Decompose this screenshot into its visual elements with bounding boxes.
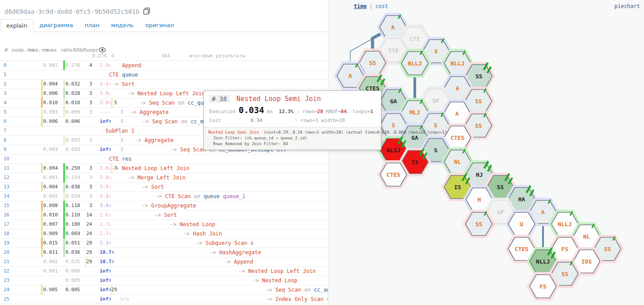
- plan-node-text: CTE queue: [109, 72, 138, 78]
- plan-row[interactable]: 220.0010.006inf↑-> Nested Loop Left Join: [0, 266, 328, 276]
- plan-row[interactable]: 10CTE res: [0, 154, 328, 164]
- plan-row[interactable]: 230.005inf↑-> Nested Loop: [0, 276, 328, 285]
- copy-icon[interactable]: [143, 7, 151, 15]
- node-tooltip: # 38 Nested Loop Semi Join Execution 0.0…: [203, 90, 381, 150]
- page-title: d6d69daa-3c9d-de8d-0fc5-9b50d52c501b: [4, 8, 139, 15]
- hex-label: NL: [454, 159, 461, 165]
- plan-row[interactable]: 200.0110.0362910.7↑-> HashAggregate: [0, 248, 328, 257]
- plan-node-text: -> Nested Loop Left Join: [112, 165, 189, 171]
- plan-row[interactable]: 130.0040.03833.0↓-> Sort: [0, 182, 328, 192]
- hex-label: HA: [518, 196, 525, 203]
- plan-row[interactable]: 150.0080.11833.0↑-> GroupAggregate: [0, 201, 328, 211]
- hex-label: IS: [454, 184, 461, 191]
- plan-node-text: -> Hash Join: [183, 231, 222, 237]
- hex-label: A: [391, 24, 395, 31]
- plan-row[interactable]: 180.0090.069242.7↓-> Hash Join: [0, 229, 328, 239]
- hex-label: FS: [539, 283, 547, 290]
- plan-row[interactable]: 190.0150.051295.3↑-> Subquery Scan s: [0, 238, 328, 248]
- plan-row[interactable]: 240.0050.005inf↑29-> Seq Scan on cc_agen…: [0, 285, 328, 295]
- plan-node-text: -> Nested Loop Left Join: [239, 268, 316, 274]
- plan-node-text: -> Append: [224, 259, 253, 265]
- hex-label: A: [348, 73, 352, 79]
- hex-label: NLSJ: [386, 147, 400, 154]
- hex-label: S: [392, 122, 395, 129]
- tab-explain[interactable]: explain: [0, 19, 33, 33]
- plan-node-text: -> Aggregate: [135, 137, 174, 143]
- hex-label: IS: [411, 159, 418, 166]
- hex-label: SS: [561, 271, 568, 277]
- hex-label: SP: [432, 98, 439, 104]
- hex-label: H: [478, 196, 481, 203]
- plan-node-text: -> GroupAggregate: [142, 203, 196, 209]
- tab-план[interactable]: план: [79, 19, 105, 32]
- mode-separator: |: [369, 3, 373, 9]
- plan-node-text: -> Aggregate: [130, 109, 169, 115]
- hex-label: CTES: [514, 246, 528, 252]
- plan-hex-diagram: ACTECTESSSNLLJNLLJASSCTESASPGASSMLJASSSS…: [328, 0, 644, 305]
- hex-label: CTE: [388, 47, 398, 54]
- plan-row[interactable]: 110.0040.25033.0↓3-> Nested Loop Left Jo…: [0, 163, 328, 173]
- hex-label: SS: [475, 122, 482, 129]
- plan-row[interactable]: 160.0100.110141.6↓-> Sort: [0, 210, 328, 220]
- tooltip-cost-line: Cost 8.34 : rows=1 width=20: [204, 116, 381, 125]
- plan-row[interactable]: 0.2764164итоговые результаты: [0, 51, 328, 61]
- tab-диаграмма[interactable]: диаграмма: [33, 19, 79, 32]
- hex-label: NLLJ: [536, 258, 550, 265]
- mode-time-link[interactable]: time: [354, 3, 367, 9]
- plan-node-text: -> Merge Left Join: [128, 175, 186, 181]
- hex-label: NLLJ: [558, 221, 571, 228]
- plan-node-text: SubPlan 1: [105, 128, 134, 134]
- plan-row[interactable]: 25inf↑n/a-> Index Only Scan using cc_tea…: [0, 294, 328, 304]
- tooltip-plan-text: Nested Loop Semi Join (cost=0.29..8.34 r…: [204, 127, 381, 149]
- plan-node-text: -> Subquery Scan s: [196, 240, 254, 246]
- hex-label: U: [520, 221, 523, 228]
- tooltip-node-number: # 38: [209, 95, 230, 103]
- plan-node-text: -> CTE Scan on queue queue_1: [155, 193, 245, 199]
- plan-node-text: -> Nested Loop Left Join: [128, 90, 205, 97]
- tooltip-execution-line: Execution 0.034 ms 12.3% : rows=28 RRbF=…: [204, 104, 381, 116]
- hex-label: CTES: [450, 134, 464, 141]
- plan-panel: d6d69daa-3c9d-de8d-0fc5-9b50d52c501b exp…: [0, 0, 328, 305]
- hex-label: CTE: [409, 36, 420, 42]
- tab-оригинал[interactable]: оригинал: [139, 19, 180, 32]
- hex-label: S: [434, 48, 438, 55]
- hex-label: S: [434, 147, 437, 154]
- hex-label: SS: [369, 60, 376, 66]
- tab-bar: explainдиаграммапланмодельоригинал: [0, 19, 328, 32]
- hex-label: SP: [497, 209, 504, 216]
- hex-label: A: [455, 110, 459, 117]
- plan-row[interactable]: 20.0040.03233.0↓-> Sort: [0, 79, 328, 89]
- plan-row[interactable]: 170.0070.100242.7↓-> Nested Loop: [0, 220, 328, 229]
- plan-row[interactable]: 1CTE queue: [0, 70, 328, 80]
- plan-node-text: Append: [122, 62, 141, 69]
- mode-cost-link[interactable]: cost: [375, 3, 388, 9]
- plan-node-text: -> Seq Scan on cc_agent_in_team: [266, 287, 328, 293]
- hex-label: GA: [411, 134, 418, 141]
- hex-label: HJ: [476, 171, 483, 178]
- plan-row[interactable]: 120.0030.15933.0↓-> Merge Left Join: [0, 173, 328, 183]
- plan-row[interactable]: 140.0020.03433.0↓-> CTE Scan on queue qu…: [0, 191, 328, 201]
- hex-label: S: [434, 122, 437, 129]
- hex-label: A: [456, 85, 459, 92]
- diagram-panel: ACTECTESSSNLLJNLLJASSCTESASPGASSMLJASSSS…: [328, 0, 644, 305]
- tab-модель[interactable]: модель: [105, 19, 139, 32]
- hex-label: SS: [475, 221, 482, 228]
- hex-label: GA: [390, 98, 397, 105]
- plan-node-text: -> Nested Loop: [252, 277, 297, 284]
- plan-row[interactable]: 00.0020.27642.0↓Append: [0, 61, 328, 70]
- plan-node-text: -> HashAggregate: [210, 249, 261, 256]
- hex-label: SS: [497, 184, 504, 191]
- plan-node-text: CTE res: [109, 156, 132, 162]
- hex-label: MLJ: [409, 109, 420, 116]
- plan-node-text: -> Index Only Scan using cc_team_pkey: [266, 296, 328, 302]
- plan-node-text: -> Sort: [142, 184, 164, 190]
- hex-label: SS: [475, 98, 482, 105]
- hex-label: NL: [583, 233, 590, 240]
- hex-label: A: [541, 209, 545, 216]
- hex-label: CTES: [386, 171, 400, 178]
- plan-node-text: -> Sort: [112, 81, 135, 87]
- plan-row[interactable]: 210.0020.0252910.7↑-> Append: [0, 257, 328, 267]
- hex-label: FS: [561, 246, 568, 252]
- plan-node-text: -> Sort: [154, 212, 177, 218]
- diagram-mode-switch: time|cost: [354, 3, 388, 9]
